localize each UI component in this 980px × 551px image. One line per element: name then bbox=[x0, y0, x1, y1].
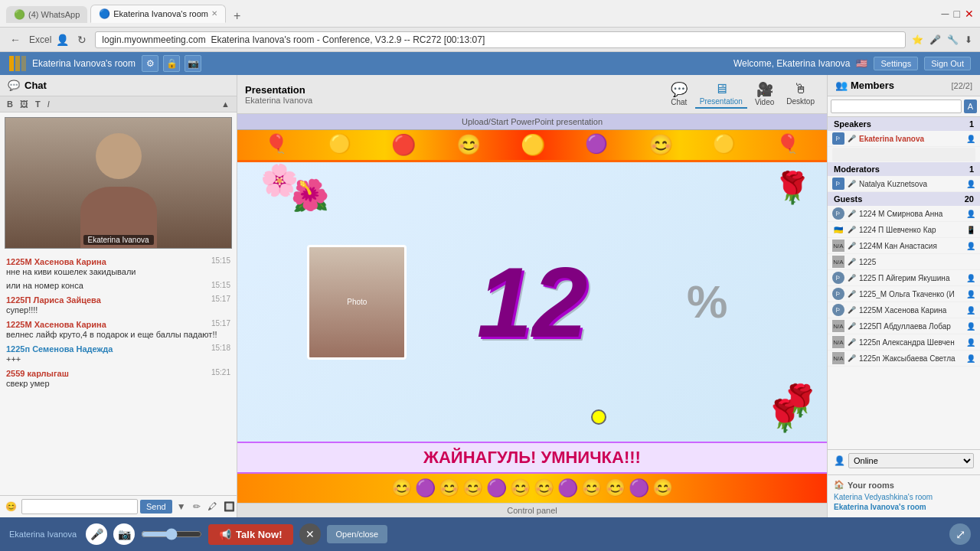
main-content: 💬 Chat B 🖼 T I ▲ Eka bbox=[0, 75, 980, 517]
sign-out-button[interactable]: Sign Out bbox=[924, 57, 971, 70]
guest-avatar-5: 🏳 bbox=[832, 272, 844, 284]
chat-input[interactable] bbox=[21, 499, 138, 514]
tab-whatsapp[interactable]: 🟢 (4) WhatsApp bbox=[6, 6, 87, 23]
guest-action-2[interactable]: 📱 bbox=[966, 226, 975, 234]
room-link-1[interactable]: Katerina Vedyashkina's room bbox=[834, 493, 974, 501]
list-item: 🇺🇦 🎤 1224 П Шевченко Кар 📱 bbox=[828, 222, 980, 238]
members-footer: 👤 Online bbox=[828, 449, 980, 474]
members-search-input[interactable] bbox=[831, 99, 962, 113]
tab-conference[interactable]: 🔵 Ekaterina Ivanova's room ✕ bbox=[90, 5, 226, 23]
toolbar-share-icon[interactable]: 📷 bbox=[185, 55, 201, 72]
expand-button[interactable]: ⤢ bbox=[949, 523, 971, 545]
send-button[interactable]: Send bbox=[140, 500, 172, 514]
guest-action-1[interactable]: 👤 bbox=[966, 210, 975, 218]
tab-close-icon[interactable]: ✕ bbox=[211, 9, 217, 18]
scroll-up-icon[interactable]: ▲ bbox=[219, 99, 232, 109]
browser-tab-bar: 🟢 (4) WhatsApp 🔵 Ekaterina Ivanova's roo… bbox=[0, 0, 980, 28]
new-tab-button[interactable]: + bbox=[229, 9, 245, 23]
refresh-button[interactable]: ↻ bbox=[74, 32, 90, 47]
download-icon[interactable]: ⬇ bbox=[963, 33, 974, 47]
pencil-icon[interactable]: ✏ bbox=[191, 500, 203, 513]
back-button[interactable]: ← bbox=[6, 32, 24, 47]
msg-author-6: 2559 карлыгаш bbox=[6, 369, 69, 378]
browser-close-icon[interactable]: ✕ bbox=[965, 8, 974, 20]
chat-title: Chat bbox=[24, 80, 47, 91]
emoji-button[interactable]: 😊 bbox=[3, 500, 19, 513]
guest-avatar-7: 🏳 bbox=[832, 304, 844, 316]
members-list: Speakers 1 🏳 🎤 Ekaterina Ivanova 👤 Moder… bbox=[828, 117, 980, 449]
speaker-name-1: Ekaterina Ivanova bbox=[859, 135, 963, 143]
app-toolbar: Ekaterina Ivanova's room ⚙ 🔒 📷 Welcome, … bbox=[0, 52, 980, 75]
browser-minimize-icon[interactable]: ─ bbox=[942, 8, 949, 20]
guest-action-3[interactable]: 👤 bbox=[966, 242, 975, 250]
members-search: A bbox=[828, 96, 980, 117]
guest-action-10[interactable]: 👤 bbox=[966, 354, 975, 363]
guest-action-5[interactable]: 👤 bbox=[966, 274, 975, 282]
address-input[interactable] bbox=[95, 31, 906, 48]
online-select[interactable]: Online bbox=[848, 453, 974, 468]
list-item: 🏳 🎤 1224 М Смирнова Анна 👤 bbox=[828, 206, 980, 222]
browser-maximize-icon[interactable]: □ bbox=[954, 8, 960, 20]
tab-chat[interactable]: 💬 Chat bbox=[666, 80, 692, 109]
bottom-bar: Ekaterina Ivanova 🎤 📷 📢 Talk Now! ✕ Open… bbox=[0, 517, 980, 551]
guest-avatar-6: 🏳 bbox=[832, 288, 844, 300]
extension-icon[interactable]: 🔧 bbox=[946, 33, 960, 47]
marker-icon[interactable]: 🖍 bbox=[205, 500, 219, 513]
guest-action-6[interactable]: 👤 bbox=[966, 290, 975, 298]
list-item: 🏳 🎤 Ekaterina Ivanova 👤 bbox=[828, 131, 980, 147]
mod-action-icon[interactable]: 👤 bbox=[966, 180, 975, 188]
chat-bottom-button[interactable]: Open/close bbox=[327, 525, 388, 543]
birthday-percent: % bbox=[687, 276, 727, 328]
mod-name-1: Natalya Kuznetsova bbox=[859, 180, 963, 188]
guest-action-9[interactable]: 👤 bbox=[966, 338, 975, 347]
guest-name-9: 1225п Александра Шевчен bbox=[859, 338, 963, 347]
text-tool-icon[interactable]: T bbox=[33, 99, 43, 109]
video-tab-icon: 🎥 bbox=[756, 81, 773, 98]
bottom-username: Ekaterina Ivanova bbox=[9, 530, 77, 539]
presentation-area: 🎈 🟡 🔴 😊 🟡 🟣 😊 🟡 🎈 🌸 bbox=[237, 130, 827, 503]
list-item: N/A 🎤 1225п Жаксыбаева Светла 👤 bbox=[828, 350, 980, 367]
birthday-content: 🎈 🟡 🔴 😊 🟡 🟣 😊 🟡 🎈 🌸 bbox=[237, 130, 827, 503]
bold-icon[interactable]: B bbox=[5, 99, 15, 109]
mic-browser-icon[interactable]: 🎤 bbox=[928, 33, 942, 47]
toolbar-lock-icon[interactable]: 🔒 bbox=[163, 55, 180, 72]
msg-author-4: 1225М Хасенова Карина bbox=[6, 320, 106, 329]
members-search-button[interactable]: A bbox=[964, 99, 977, 113]
image-tool-icon[interactable]: 🖼 bbox=[18, 99, 31, 109]
msg-time-5: 15:18 bbox=[211, 344, 230, 352]
toolbar-settings-icon[interactable]: ⚙ bbox=[142, 55, 158, 72]
toolbar-action-icons: ⚙ 🔒 📷 bbox=[142, 55, 201, 72]
close-button[interactable]: ✕ bbox=[299, 523, 321, 545]
mic-button[interactable]: 🎤 bbox=[86, 523, 107, 545]
birthday-number: 12 bbox=[477, 253, 588, 352]
eraser-icon[interactable]: 🔲 bbox=[221, 500, 237, 513]
chat-toolbar: B 🖼 T I ▲ bbox=[0, 96, 237, 112]
guest-action-7[interactable]: 👤 bbox=[966, 306, 975, 315]
msg-text-2: или на номер конса bbox=[6, 281, 230, 290]
tab-presentation[interactable]: 🖥 Presentation bbox=[695, 80, 747, 109]
presentation-panel: Presentation Ekaterina Ivanova 💬 Chat 🖥 … bbox=[237, 75, 827, 517]
room-link-2[interactable]: Ekaterina Ivanova's room bbox=[834, 503, 974, 511]
msg-time-1: 15:15 bbox=[211, 256, 230, 265]
members-header: 👥 Members [22/2] bbox=[828, 75, 980, 96]
settings-button[interactable]: Settings bbox=[874, 57, 918, 70]
talk-now-button[interactable]: 📢 Talk Now! bbox=[208, 524, 292, 545]
presentation-tab-icon: 🖥 bbox=[714, 81, 728, 97]
speakers-label: Speakers bbox=[834, 119, 871, 129]
speaker-action-icon[interactable]: 👤 bbox=[966, 135, 975, 143]
bookmark-icon[interactable]: ⭐ bbox=[910, 33, 925, 47]
guest-avatar-4: N/A bbox=[832, 256, 844, 268]
webcam-button[interactable]: 📷 bbox=[113, 523, 135, 545]
guest-action-8[interactable]: 👤 bbox=[966, 322, 975, 331]
guest-name-8: 1225П Абдуллаева Лобар bbox=[859, 322, 963, 331]
list-item: 🏳 🎤 Natalya Kuznetsova 👤 bbox=[828, 176, 980, 192]
tab-video[interactable]: 🎥 Video bbox=[750, 80, 779, 109]
italic-tool-icon[interactable]: I bbox=[45, 99, 52, 109]
arrow-down-icon[interactable]: ▼ bbox=[175, 500, 188, 513]
guests-section: Guests 20 bbox=[828, 192, 980, 206]
volume-slider[interactable] bbox=[141, 528, 202, 540]
members-count: [22/2] bbox=[951, 81, 972, 90]
talk-now-label: Talk Now! bbox=[236, 529, 282, 540]
tab-desktop[interactable]: 🖱 Desktop bbox=[782, 80, 819, 109]
list-item: N/A 🎤 1225П Абдуллаева Лобар 👤 bbox=[828, 318, 980, 334]
